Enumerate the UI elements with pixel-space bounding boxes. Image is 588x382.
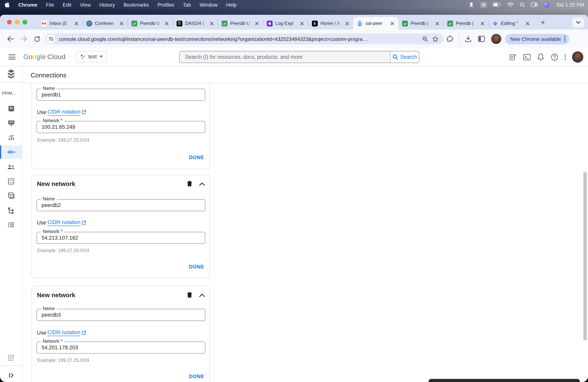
chrome-update-pill[interactable]: New Chrome available <box>505 34 569 44</box>
cidr-notation-link[interactable]: CIDR notation <box>47 219 81 226</box>
new-tab-button[interactable]: + <box>537 17 548 28</box>
notifications-bell-icon[interactable] <box>537 53 545 61</box>
search-button[interactable]: Search <box>390 51 419 63</box>
sidebar-item-monitoring[interactable] <box>0 117 22 129</box>
search-input[interactable]: Search (/) for resources, docs, products… <box>180 51 390 63</box>
tab-dais24[interactable]: DAIS DAIS24 ( ✕ <box>173 17 218 30</box>
zoom-icon[interactable] <box>422 36 428 42</box>
sidebar-item-operations[interactable] <box>0 219 22 231</box>
sidebar-item-connections-selected[interactable] <box>0 146 22 159</box>
tab-close-icon[interactable]: ✕ <box>525 21 530 26</box>
downloads-button[interactable] <box>462 32 475 45</box>
sidebar-item-users[interactable] <box>0 161 22 173</box>
control-center-icon[interactable] <box>531 2 538 7</box>
address-bar[interactable]: console.cloud.google.com/sql/instances/s… <box>45 33 443 44</box>
sidebar-item-databases[interactable] <box>0 175 22 187</box>
tab-cloud-sql-active[interactable]: sai-peer ✕ <box>353 17 398 30</box>
delete-network-button[interactable] <box>187 291 192 299</box>
close-window-button[interactable] <box>7 20 12 24</box>
network-field[interactable]: Network * 100.21.65.249 <box>37 121 205 133</box>
sidebar-item-replicas[interactable] <box>0 205 22 216</box>
tab-x-home[interactable]: X Home / X ✕ <box>308 17 353 30</box>
back-button[interactable] <box>4 32 17 45</box>
siri-icon[interactable] <box>544 2 550 8</box>
tab-peerdb-2[interactable]: Peerdb U ✕ <box>218 17 263 30</box>
reload-button[interactable] <box>30 32 43 45</box>
extensions-icon[interactable] <box>443 32 457 45</box>
side-panel-button[interactable] <box>475 32 488 45</box>
cidr-notation-link[interactable]: CIDR notation <box>47 329 81 336</box>
fullscreen-window-button[interactable] <box>22 20 27 24</box>
display-icon[interactable] <box>468 2 475 7</box>
done-button[interactable]: DONE <box>189 154 204 160</box>
network-field[interactable]: Network * 54.213.107.162 <box>37 232 205 244</box>
tab-close-icon[interactable]: ✕ <box>390 21 395 26</box>
sidebar-release-notes[interactable] <box>0 352 22 364</box>
gcp-account-avatar[interactable] <box>572 51 583 63</box>
dais24-favicon: DAIS <box>176 20 182 26</box>
menu-chrome[interactable]: Chrome <box>14 2 42 8</box>
tab-close-icon[interactable]: ✕ <box>254 21 259 26</box>
menu-bookmarks[interactable]: Bookmarks <box>119 2 153 8</box>
tab-peerdb-4[interactable]: Peerdb ( ✕ <box>443 17 488 30</box>
sidebar-item-insights[interactable] <box>0 132 22 144</box>
gcp-more-vert-icon[interactable] <box>565 54 566 60</box>
minimize-window-button[interactable] <box>15 20 20 24</box>
project-selector[interactable]: test <box>76 51 107 62</box>
name-field[interactable]: Name peerdb2 <box>37 199 205 211</box>
done-button[interactable]: DONE <box>189 264 204 270</box>
menu-profiles[interactable]: Profiles <box>153 2 179 8</box>
tab-close-icon[interactable]: ✕ <box>435 21 440 26</box>
url-text[interactable]: console.cloud.google.com/sql/instances/s… <box>59 36 368 42</box>
help-icon[interactable] <box>551 53 558 61</box>
name-field[interactable]: Name peerdb3 <box>37 309 205 321</box>
wifi-icon[interactable] <box>507 2 514 7</box>
navigation-menu-icon[interactable] <box>9 54 16 60</box>
tab-editing[interactable]: Editing " ✕ <box>488 17 534 30</box>
tab-close-icon[interactable]: ✕ <box>480 21 485 26</box>
google-cloud-logo[interactable]: GoogleCloud <box>23 53 65 61</box>
tab-search-chevron-button[interactable] <box>572 18 584 28</box>
tab-close-icon[interactable]: ✕ <box>74 21 79 26</box>
menu-window[interactable]: Window <box>195 2 222 8</box>
tab-close-icon[interactable]: ✕ <box>300 21 304 26</box>
collapse-card-button[interactable] <box>199 292 205 299</box>
network-value: 54.201.178.203 <box>42 345 78 350</box>
tab-close-icon[interactable]: ✕ <box>345 21 350 26</box>
tab-peerdb-3[interactable]: Peerdb ( ✕ <box>398 17 443 30</box>
menu-view[interactable]: View <box>76 2 95 8</box>
network-field[interactable]: Network * 54.201.178.203 <box>37 341 205 354</box>
sidebar-item-backups[interactable] <box>0 190 22 202</box>
delete-network-button[interactable] <box>187 180 192 188</box>
tab-close-icon[interactable]: ✕ <box>164 21 169 26</box>
tab-close-icon[interactable]: ✕ <box>119 21 124 26</box>
release-notes-icon[interactable] <box>509 53 517 61</box>
site-settings-icon[interactable] <box>47 35 55 43</box>
bookmark-star-icon[interactable] <box>432 36 439 42</box>
tab-peerdb-1[interactable]: Peerdb U ✕ <box>127 17 173 30</box>
cloud-shell-icon[interactable] <box>523 53 531 61</box>
menu-help[interactable]: Help <box>222 2 241 8</box>
name-field[interactable]: Name peerdb1 <box>37 89 205 101</box>
menu-tab[interactable]: Tab <box>179 2 195 8</box>
battery-icon[interactable] <box>493 2 502 7</box>
more-vert-icon[interactable] <box>564 36 566 42</box>
tab-gmail-inbox[interactable]: Inbox (5 ✕ <box>37 17 83 30</box>
tab-close-icon[interactable]: ✕ <box>210 21 214 26</box>
menu-history[interactable]: History <box>95 2 119 8</box>
sidebar-item-overview[interactable] <box>0 103 22 114</box>
tab-log-explorer[interactable]: Log Expl ✕ <box>263 17 308 30</box>
done-button[interactable]: DONE <box>189 373 204 379</box>
apple-menu[interactable] <box>0 1 14 8</box>
menu-file[interactable]: File <box>42 2 58 8</box>
spotlight-icon[interactable] <box>520 2 525 7</box>
tab-conference[interactable]: Conferen ✕ <box>83 17 127 30</box>
collapse-card-button[interactable] <box>199 180 205 188</box>
menu-clock[interactable]: Sat 1:25 PM <box>556 2 584 8</box>
browser-profile-avatar[interactable] <box>491 34 501 44</box>
vertical-scrollbar[interactable] <box>583 172 587 340</box>
menu-edit[interactable]: Edit <box>58 2 76 8</box>
input-source-icon[interactable]: A <box>481 2 487 8</box>
forward-button[interactable] <box>17 32 30 45</box>
cidr-notation-link[interactable]: CIDR notation <box>47 109 81 116</box>
